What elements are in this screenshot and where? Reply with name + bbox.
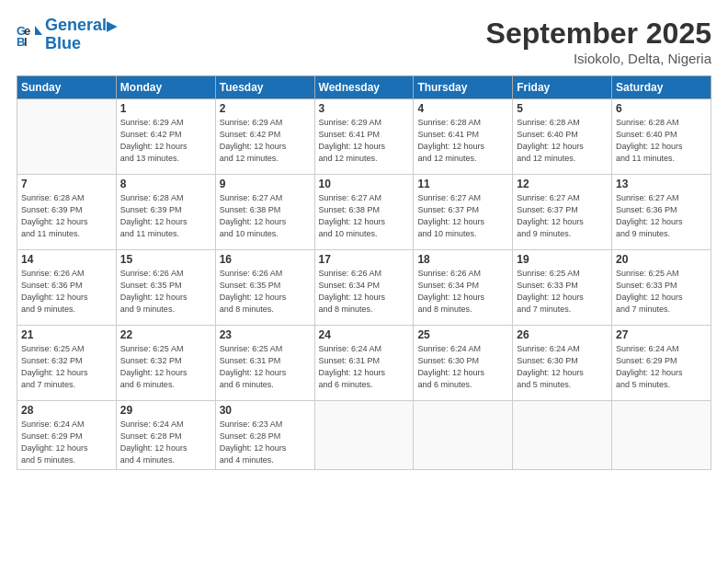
calendar-cell: 16Sunrise: 6:26 AM Sunset: 6:35 PM Dayli… (215, 250, 314, 326)
calendar-cell: 22Sunrise: 6:25 AM Sunset: 6:32 PM Dayli… (116, 326, 215, 401)
day-number: 26 (517, 328, 608, 341)
day-info: Sunrise: 6:25 AM Sunset: 6:33 PM Dayligh… (616, 268, 707, 316)
day-info: Sunrise: 6:25 AM Sunset: 6:31 PM Dayligh… (220, 343, 311, 391)
calendar-cell (414, 401, 513, 470)
day-info: Sunrise: 6:29 AM Sunset: 6:42 PM Dayligh… (220, 117, 311, 165)
day-number: 14 (21, 253, 112, 266)
day-info: Sunrise: 6:28 AM Sunset: 6:39 PM Dayligh… (120, 192, 211, 240)
calendar-cell: 10Sunrise: 6:27 AM Sunset: 6:38 PM Dayli… (314, 175, 414, 250)
day-info: Sunrise: 6:26 AM Sunset: 6:34 PM Dayligh… (417, 268, 508, 316)
day-info: Sunrise: 6:24 AM Sunset: 6:30 PM Dayligh… (517, 343, 608, 391)
logo-icon-triangle: ▶ (107, 18, 117, 33)
day-info: Sunrise: 6:25 AM Sunset: 6:33 PM Dayligh… (517, 268, 608, 316)
day-number: 28 (21, 404, 112, 417)
day-number: 4 (417, 102, 508, 115)
calendar-cell: 23Sunrise: 6:25 AM Sunset: 6:31 PM Dayli… (215, 326, 314, 401)
calendar-cell: 6Sunrise: 6:28 AM Sunset: 6:40 PM Daylig… (612, 99, 711, 175)
day-info: Sunrise: 6:26 AM Sunset: 6:35 PM Dayligh… (220, 268, 311, 316)
day-number: 5 (517, 102, 608, 115)
calendar: SundayMondayTuesdayWednesdayThursdayFrid… (17, 75, 711, 470)
day-number: 17 (319, 253, 410, 266)
month-title: September 2025 (486, 17, 711, 51)
day-number: 15 (120, 253, 211, 266)
location: Isiokolo, Delta, Nigeria (486, 51, 711, 66)
day-number: 20 (616, 253, 707, 266)
svg-text:l: l (24, 35, 28, 48)
calendar-cell: 11Sunrise: 6:27 AM Sunset: 6:37 PM Dayli… (414, 175, 513, 250)
calendar-cell: 12Sunrise: 6:27 AM Sunset: 6:37 PM Dayli… (513, 175, 612, 250)
calendar-cell: 8Sunrise: 6:28 AM Sunset: 6:39 PM Daylig… (116, 175, 215, 250)
day-info: Sunrise: 6:24 AM Sunset: 6:28 PM Dayligh… (120, 419, 211, 466)
day-info: Sunrise: 6:28 AM Sunset: 6:40 PM Dayligh… (517, 117, 608, 165)
title-block: September 2025 Isiokolo, Delta, Nigeria (486, 17, 711, 66)
day-header-friday: Friday (513, 76, 612, 99)
calendar-cell: 9Sunrise: 6:27 AM Sunset: 6:38 PM Daylig… (215, 175, 314, 250)
day-header-tuesday: Tuesday (215, 76, 314, 99)
calendar-cell: 30Sunrise: 6:23 AM Sunset: 6:28 PM Dayli… (215, 401, 314, 470)
logo-blue: Blue (45, 35, 117, 53)
day-number: 16 (220, 253, 311, 266)
calendar-cell: 24Sunrise: 6:24 AM Sunset: 6:31 PM Dayli… (314, 326, 414, 401)
calendar-cell: 1Sunrise: 6:29 AM Sunset: 6:42 PM Daylig… (116, 99, 215, 175)
day-info: Sunrise: 6:24 AM Sunset: 6:29 PM Dayligh… (21, 419, 112, 466)
day-number: 13 (616, 178, 707, 190)
day-number: 7 (21, 178, 112, 190)
calendar-cell: 26Sunrise: 6:24 AM Sunset: 6:30 PM Dayli… (513, 326, 612, 401)
day-number: 21 (21, 328, 112, 341)
day-number: 27 (616, 328, 707, 341)
day-info: Sunrise: 6:23 AM Sunset: 6:28 PM Dayligh… (220, 419, 311, 466)
day-number: 10 (319, 178, 410, 190)
day-info: Sunrise: 6:24 AM Sunset: 6:29 PM Dayligh… (616, 343, 707, 391)
calendar-cell: 14Sunrise: 6:26 AM Sunset: 6:36 PM Dayli… (17, 250, 117, 326)
day-number: 30 (220, 404, 311, 417)
calendar-cell (612, 401, 711, 470)
calendar-cell: 28Sunrise: 6:24 AM Sunset: 6:29 PM Dayli… (17, 401, 117, 470)
calendar-cell: 7Sunrise: 6:28 AM Sunset: 6:39 PM Daylig… (17, 175, 117, 250)
logo-general: General (45, 16, 107, 34)
calendar-cell: 27Sunrise: 6:24 AM Sunset: 6:29 PM Dayli… (612, 326, 711, 401)
day-number: 2 (220, 102, 311, 115)
day-number: 11 (417, 178, 508, 190)
day-number: 12 (517, 178, 608, 190)
day-info: Sunrise: 6:26 AM Sunset: 6:35 PM Dayligh… (120, 268, 211, 316)
calendar-cell: 19Sunrise: 6:25 AM Sunset: 6:33 PM Dayli… (513, 250, 612, 326)
day-header-saturday: Saturday (612, 76, 711, 99)
day-number: 3 (319, 102, 410, 115)
day-info: Sunrise: 6:27 AM Sunset: 6:38 PM Dayligh… (220, 192, 311, 240)
calendar-cell: 5Sunrise: 6:28 AM Sunset: 6:40 PM Daylig… (513, 99, 612, 175)
day-header-thursday: Thursday (414, 76, 513, 99)
calendar-cell: 17Sunrise: 6:26 AM Sunset: 6:34 PM Dayli… (314, 250, 414, 326)
day-info: Sunrise: 6:27 AM Sunset: 6:37 PM Dayligh… (417, 192, 508, 240)
calendar-cell: 21Sunrise: 6:25 AM Sunset: 6:32 PM Dayli… (17, 326, 117, 401)
day-info: Sunrise: 6:27 AM Sunset: 6:37 PM Dayligh… (517, 192, 608, 240)
day-info: Sunrise: 6:29 AM Sunset: 6:41 PM Dayligh… (319, 117, 410, 165)
day-info: Sunrise: 6:28 AM Sunset: 6:41 PM Dayligh… (417, 117, 508, 165)
day-header-wednesday: Wednesday (314, 76, 414, 99)
calendar-cell (314, 401, 414, 470)
day-header-monday: Monday (116, 76, 215, 99)
day-header-sunday: Sunday (17, 76, 117, 99)
calendar-cell: 13Sunrise: 6:27 AM Sunset: 6:36 PM Dayli… (612, 175, 711, 250)
calendar-cell: 25Sunrise: 6:24 AM Sunset: 6:30 PM Dayli… (414, 326, 513, 401)
calendar-cell (513, 401, 612, 470)
calendar-cell: 18Sunrise: 6:26 AM Sunset: 6:34 PM Dayli… (414, 250, 513, 326)
day-number: 24 (319, 328, 410, 341)
day-number: 19 (517, 253, 608, 266)
svg-marker-2 (35, 26, 42, 35)
day-number: 25 (417, 328, 508, 341)
day-number: 8 (120, 178, 211, 190)
day-info: Sunrise: 6:28 AM Sunset: 6:39 PM Dayligh… (21, 192, 112, 240)
day-info: Sunrise: 6:29 AM Sunset: 6:42 PM Dayligh… (120, 117, 211, 165)
day-number: 18 (417, 253, 508, 266)
day-info: Sunrise: 6:27 AM Sunset: 6:38 PM Dayligh… (319, 192, 410, 240)
day-number: 6 (616, 102, 707, 115)
calendar-cell: 4Sunrise: 6:28 AM Sunset: 6:41 PM Daylig… (414, 99, 513, 175)
day-number: 9 (220, 178, 311, 190)
day-number: 22 (120, 328, 211, 341)
day-info: Sunrise: 6:27 AM Sunset: 6:36 PM Dayligh… (616, 192, 707, 240)
day-number: 23 (220, 328, 311, 341)
day-info: Sunrise: 6:25 AM Sunset: 6:32 PM Dayligh… (21, 343, 112, 391)
day-info: Sunrise: 6:26 AM Sunset: 6:34 PM Dayligh… (319, 268, 410, 316)
calendar-cell: 20Sunrise: 6:25 AM Sunset: 6:33 PM Dayli… (612, 250, 711, 326)
logo: G e B l General▶ Blue (17, 17, 117, 53)
